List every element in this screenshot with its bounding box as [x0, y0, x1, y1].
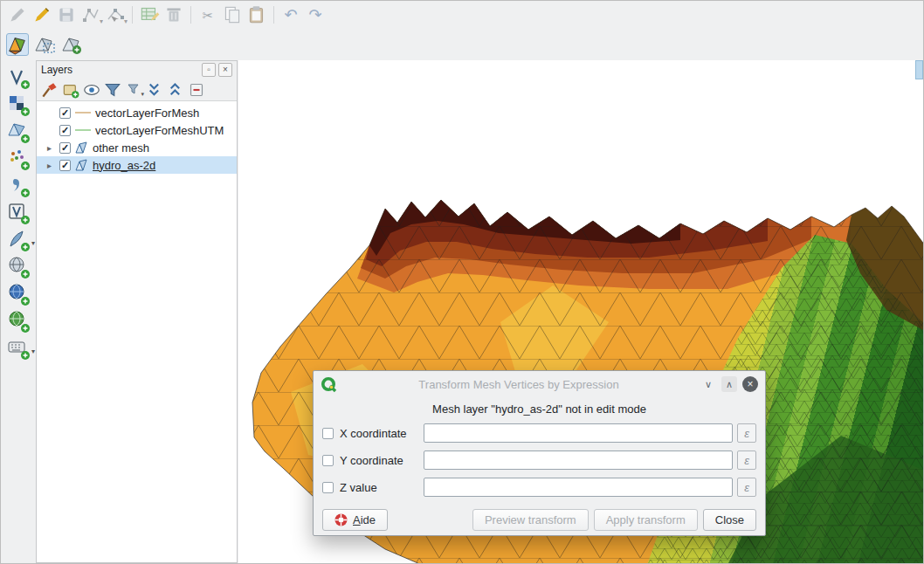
- manage-layers-toolbar: ▾ ▾: [1, 65, 36, 361]
- preview-transform-button[interactable]: Preview transform: [472, 509, 589, 531]
- dialog-expand-icon[interactable]: ∧: [721, 376, 737, 392]
- paste-features-icon[interactable]: [245, 3, 268, 26]
- dialog-button-row: Aide Preview transform Apply transform C…: [322, 509, 756, 531]
- layer-label: other mesh: [93, 141, 149, 155]
- help-lifebuoy-icon: [334, 513, 348, 526]
- layer-tree: ✓ vectorLayerForMesh ✓ vectorLayerForMes…: [37, 100, 237, 562]
- undo-icon[interactable]: ↶: [279, 3, 302, 26]
- z-value-checkbox[interactable]: [322, 482, 334, 493]
- apply-transform-button[interactable]: Apply transform: [594, 509, 698, 531]
- add-group-icon[interactable]: [62, 81, 79, 99]
- digitize-tool-icon[interactable]: ▾: [79, 3, 102, 26]
- close-button[interactable]: Close: [703, 509, 756, 531]
- mesh-layer-icon: [75, 159, 88, 171]
- collapse-all-icon[interactable]: [167, 81, 184, 99]
- add-raster-layer-icon[interactable]: [5, 93, 31, 117]
- vertex-tool-icon[interactable]: ▾: [104, 3, 127, 26]
- x-coordinate-checkbox[interactable]: [322, 428, 334, 439]
- toolbar-separator: [132, 6, 133, 24]
- mesh-digitizing-toolbar: [1, 29, 83, 60]
- panel-close-icon[interactable]: ×: [218, 63, 232, 77]
- manage-map-themes-icon[interactable]: [83, 81, 100, 99]
- z-value-label: Z value: [334, 481, 424, 494]
- y-coordinate-label: Y coordinate: [334, 454, 424, 467]
- layer-checkbox[interactable]: ✓: [59, 125, 71, 136]
- mesh-layer-icon: [75, 141, 88, 154]
- remove-layer-icon[interactable]: [188, 81, 205, 99]
- add-wfs-layer-icon[interactable]: [5, 282, 31, 306]
- y-coordinate-row: Y coordinate ε: [322, 450, 756, 471]
- redo-icon[interactable]: ↷: [304, 3, 327, 26]
- dialog-title-bar[interactable]: Transform Mesh Vertices by Expression ∨ …: [314, 371, 765, 397]
- filter-legend-icon[interactable]: [104, 81, 121, 99]
- line-symbol-icon: [75, 112, 91, 113]
- qgis-window: ▾ ▾ ✂ ↶ ↷ ▾: [0, 0, 924, 564]
- dialog-collapse-icon[interactable]: ∨: [700, 376, 716, 392]
- add-wcs-layer-icon[interactable]: [5, 309, 31, 334]
- layer-label: hydro_as-2d: [93, 159, 155, 172]
- panel-float-icon[interactable]: ▫: [202, 63, 216, 77]
- help-button[interactable]: Aide: [322, 509, 388, 531]
- add-vector-layer-icon[interactable]: [5, 65, 31, 90]
- z-value-row: Z value ε: [322, 477, 756, 498]
- z-value-input[interactable]: [424, 478, 733, 497]
- x-coordinate-input[interactable]: [424, 423, 733, 443]
- add-wms-layer-icon[interactable]: [5, 255, 31, 279]
- copy-features-icon[interactable]: [221, 3, 244, 26]
- add-delimited-text-layer-icon[interactable]: [5, 174, 31, 198]
- dropdown-arrow-icon: ▾: [31, 347, 35, 355]
- filter-by-expression-icon[interactable]: ▾: [125, 81, 142, 99]
- layer-item-vectorLayerForMeshUTM[interactable]: ✓ vectorLayerForMeshUTM: [37, 121, 237, 139]
- x-coordinate-label: X coordintate: [334, 427, 424, 440]
- y-expression-button[interactable]: ε: [737, 451, 756, 470]
- help-button-label: Aide: [353, 513, 376, 526]
- dropdown-arrow-icon: ▾: [100, 18, 103, 25]
- line-symbol-icon: [75, 129, 91, 131]
- expander-icon[interactable]: ▸: [44, 161, 55, 170]
- delete-selected-icon[interactable]: [162, 3, 185, 26]
- toolbar-separator: [190, 6, 191, 24]
- y-coordinate-checkbox[interactable]: [322, 455, 334, 466]
- current-edits-icon[interactable]: [6, 3, 29, 26]
- mesh-selection-icon[interactable]: [33, 33, 56, 56]
- dropdown-arrow-icon: ▾: [141, 91, 144, 98]
- mesh-transform-icon[interactable]: [60, 33, 83, 56]
- mesh-digitizing-icon[interactable]: [6, 33, 29, 56]
- expand-all-icon[interactable]: [146, 81, 163, 99]
- add-point-cloud-layer-icon[interactable]: [5, 147, 31, 171]
- layer-checkbox[interactable]: ✓: [59, 142, 71, 154]
- layer-item-other-mesh[interactable]: ▸ ✓ other mesh: [37, 139, 237, 156]
- layer-item-hydro-as-2d[interactable]: ▸ ✓ hydro_as-2d: [37, 156, 237, 174]
- add-spatialite-layer-icon[interactable]: ▾: [5, 228, 31, 252]
- layer-label: vectorLayerForMeshUTM: [95, 124, 224, 137]
- qgis-logo-icon: [321, 376, 337, 393]
- layer-checkbox[interactable]: ✓: [59, 107, 71, 119]
- x-expression-button[interactable]: ε: [737, 423, 756, 443]
- z-expression-button[interactable]: ε: [737, 478, 756, 497]
- toolbar-separator: [273, 6, 274, 24]
- layer-checkbox[interactable]: ✓: [59, 160, 71, 171]
- modify-attributes-icon[interactable]: [138, 3, 161, 26]
- add-web-layer-icon[interactable]: ▾: [5, 336, 31, 361]
- x-coordinate-row: X coordintate ε: [322, 423, 756, 444]
- layers-panel: Layers ▫ × ▾ ✓ vectorLayerForMesh: [36, 60, 238, 563]
- expander-icon[interactable]: ▸: [44, 143, 55, 153]
- transform-mesh-vertices-dialog: Transform Mesh Vertices by Expression ∨ …: [313, 370, 766, 536]
- canvas-scrollbar[interactable]: [915, 60, 923, 79]
- layers-panel-title: Layers: [41, 64, 199, 76]
- dropdown-arrow-icon: ▾: [124, 18, 128, 25]
- save-edits-icon[interactable]: [55, 3, 78, 26]
- layer-styling-icon[interactable]: [41, 81, 59, 99]
- dialog-close-icon[interactable]: ×: [742, 376, 758, 392]
- dialog-title: Transform Mesh Vertices by Expression: [342, 378, 695, 391]
- y-coordinate-input[interactable]: [424, 451, 733, 470]
- layer-label: vectorLayerForMesh: [95, 107, 199, 120]
- toggle-editing-icon[interactable]: [31, 3, 53, 26]
- add-virtual-layer-icon[interactable]: [5, 201, 31, 225]
- dropdown-arrow-icon: ▾: [31, 239, 35, 247]
- dialog-message: Mesh layer "hydro_as-2d" not in edit mod…: [314, 402, 765, 416]
- layer-item-vectorLayerForMesh[interactable]: ✓ vectorLayerForMesh: [37, 104, 237, 121]
- cut-features-icon[interactable]: ✂: [197, 3, 219, 26]
- digitizing-toolbar: ▾ ▾ ✂ ↶ ↷: [1, 1, 923, 29]
- add-mesh-layer-icon[interactable]: [5, 120, 31, 144]
